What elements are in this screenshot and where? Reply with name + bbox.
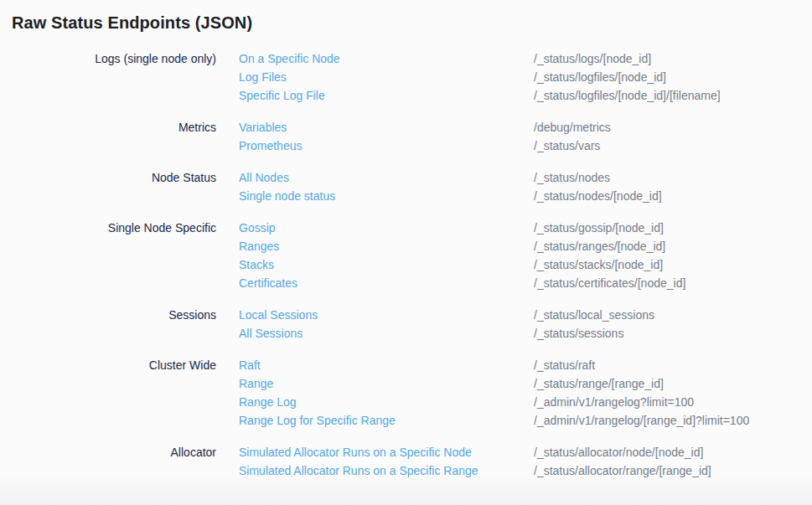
endpoint-link[interactable]: Variables — [239, 118, 287, 137]
endpoint-links-column: Simulated Allocator Runs on a Specific N… — [239, 443, 534, 480]
endpoint-path: /_status/logfiles/[node_id] — [534, 68, 812, 86]
endpoint-path: /_status/vars — [534, 137, 812, 155]
endpoint-link[interactable]: Range Log — [239, 393, 297, 411]
endpoint-group: MetricsVariablesPrometheus/debug/metrics… — [0, 118, 812, 155]
endpoint-path: /_status/certificates/[node_id] — [534, 274, 812, 292]
endpoint-links-column: All NodesSingle node status — [239, 168, 534, 205]
endpoint-category-label: Node Status — [0, 168, 239, 205]
endpoint-paths-column: /_status/raft/_status/range/[range_id]/_… — [534, 356, 812, 430]
endpoint-paths-column: /_status/local_sessions/_status/sessions — [534, 306, 812, 343]
endpoint-category-label: Logs (single node only) — [0, 49, 239, 105]
endpoint-paths-column: /_status/allocator/node/[node_id]/_statu… — [534, 443, 812, 480]
endpoint-path: /_status/stacks/[node_id] — [534, 255, 812, 274]
endpoint-category-label: Metrics — [0, 118, 239, 155]
endpoint-link[interactable]: Prometheus — [239, 137, 302, 155]
endpoint-path: /_status/local_sessions — [534, 306, 812, 324]
endpoint-category-label: Allocator — [0, 443, 239, 480]
endpoint-link[interactable]: All Nodes — [239, 168, 289, 187]
endpoint-link[interactable]: Simulated Allocator Runs on a Specific N… — [239, 443, 472, 461]
endpoint-links-column: VariablesPrometheus — [239, 118, 534, 155]
endpoint-group: Cluster WideRaftRangeRange LogRange Log … — [0, 356, 812, 430]
endpoint-path: /_status/nodes — [534, 168, 812, 187]
endpoint-link[interactable]: Local Sessions — [239, 306, 318, 324]
endpoint-link[interactable]: On a Specific Node — [239, 49, 340, 68]
endpoint-link[interactable]: Gossip — [239, 219, 276, 237]
endpoint-category-label: Sessions — [0, 306, 239, 343]
endpoint-link[interactable]: Simulated Allocator Runs on a Specific R… — [239, 461, 478, 480]
endpoint-link[interactable]: Specific Log File — [239, 86, 325, 105]
endpoint-link[interactable]: All Sessions — [239, 324, 303, 343]
endpoint-path: /_status/allocator/range/[range_id] — [534, 461, 812, 480]
endpoint-group: Single Node SpecificGossipRangesStacksCe… — [0, 219, 812, 292]
endpoint-link[interactable]: Stacks — [239, 255, 274, 274]
endpoint-path: /_status/gossip/[node_id] — [534, 219, 812, 237]
endpoint-path: /debug/metrics — [534, 118, 812, 137]
endpoint-group: Node StatusAll NodesSingle node status/_… — [0, 168, 812, 205]
endpoint-paths-column: /_status/logs/[node_id]/_status/logfiles… — [534, 49, 812, 105]
endpoint-group: SessionsLocal SessionsAll Sessions/_stat… — [0, 306, 812, 343]
endpoint-paths-column: /_status/nodes/_status/nodes/[node_id] — [534, 168, 812, 205]
endpoint-link[interactable]: Range — [239, 374, 273, 393]
endpoint-links-column: On a Specific NodeLog FilesSpecific Log … — [239, 49, 534, 105]
endpoint-path: /_admin/v1/rangelog?limit=100 — [534, 393, 812, 411]
endpoint-links-column: Local SessionsAll Sessions — [239, 306, 534, 343]
endpoint-group: AllocatorSimulated Allocator Runs on a S… — [0, 443, 812, 480]
endpoint-path: /_status/sessions — [534, 324, 812, 343]
endpoint-path: /_status/nodes/[node_id] — [534, 187, 812, 205]
endpoint-category-label: Single Node Specific — [0, 219, 239, 292]
endpoint-path: /_status/logs/[node_id] — [534, 49, 812, 68]
endpoint-category-label: Cluster Wide — [0, 356, 239, 430]
endpoint-path: /_status/range/[range_id] — [534, 374, 812, 393]
endpoint-path: /_status/raft — [534, 356, 812, 374]
endpoint-paths-column: /debug/metrics/_status/vars — [534, 118, 812, 155]
endpoint-links-column: RaftRangeRange LogRange Log for Specific… — [239, 356, 534, 430]
endpoint-group: Logs (single node only)On a Specific Nod… — [0, 49, 812, 105]
endpoint-path: /_status/logfiles/[node_id]/[filename] — [534, 86, 812, 105]
endpoint-link[interactable]: Raft — [239, 356, 261, 374]
endpoint-link[interactable]: Single node status — [239, 187, 335, 205]
endpoint-link[interactable]: Range Log for Specific Range — [239, 411, 396, 430]
endpoint-links-column: GossipRangesStacksCertificates — [239, 219, 534, 292]
endpoint-path: /_admin/v1/rangelog/[range_id]?limit=100 — [534, 411, 812, 430]
endpoint-link[interactable]: Certificates — [239, 274, 297, 292]
page-title: Raw Status Endpoints (JSON) — [12, 12, 812, 33]
endpoint-paths-column: /_status/gossip/[node_id]/_status/ranges… — [534, 219, 812, 292]
endpoint-path: /_status/ranges/[node_id] — [534, 237, 812, 255]
endpoint-link[interactable]: Log Files — [239, 68, 287, 86]
endpoint-path: /_status/allocator/node/[node_id] — [534, 443, 812, 461]
endpoint-link[interactable]: Ranges — [239, 237, 279, 255]
endpoint-groups: Logs (single node only)On a Specific Nod… — [0, 49, 812, 480]
